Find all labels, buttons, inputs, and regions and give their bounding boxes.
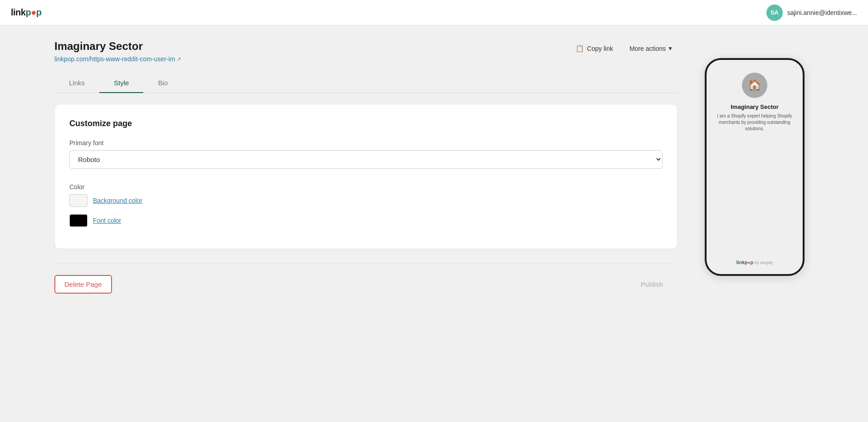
preview-avatar-icon: 🏠 [748, 79, 761, 92]
font-select[interactable]: Roboto Arial Georgia Helvetica Inter Lat… [69, 150, 663, 169]
app-logo[interactable]: linkp●p [11, 7, 41, 18]
tab-style[interactable]: Style [99, 74, 143, 93]
preview-footer-sub: by shopify [755, 260, 773, 265]
chevron-down-icon: ▼ [668, 45, 673, 52]
preview-panel: 🏠 Imaginary Sector I am a Shopify expert… [705, 58, 814, 276]
external-link-icon: ↗ [177, 56, 181, 62]
bottom-actions: Delete Page Publish [54, 275, 678, 294]
copy-link-button[interactable]: 📋 Copy link [571, 42, 618, 55]
main-content: Imaginary Sector linkpop.com/https-www-r… [54, 40, 678, 294]
preview-footer-brand: linkp●p [736, 260, 753, 265]
page-title-section: Imaginary Sector linkpop.com/https-www-r… [54, 40, 181, 63]
background-color-swatch[interactable] [69, 194, 88, 207]
customize-title: Customize page [69, 119, 663, 128]
section-divider [54, 264, 678, 264]
page-body: Imaginary Sector linkpop.com/https-www-r… [0, 25, 868, 308]
phone-mockup: 🏠 Imaginary Sector I am a Shopify expert… [705, 58, 805, 276]
preview-footer: linkp●p by shopify [736, 260, 773, 265]
page-header: Imaginary Sector linkpop.com/https-www-r… [54, 40, 678, 63]
delete-page-button[interactable]: Delete Page [54, 275, 112, 294]
user-menu[interactable]: SA sajini.annie@identixwe... [766, 5, 857, 21]
tab-links[interactable]: Links [54, 74, 99, 93]
font-color-row: Font color [69, 214, 663, 227]
header-actions: 📋 Copy link More actions ▼ [571, 42, 678, 55]
font-color-swatch[interactable] [69, 214, 88, 227]
background-color-row: Background color [69, 194, 663, 207]
font-field: Primary font Roboto Arial Georgia Helvet… [69, 139, 663, 180]
background-color-button[interactable]: Background color [93, 197, 142, 204]
avatar: SA [766, 5, 783, 21]
app-header: linkp●p SA sajini.annie@identixwe... [0, 0, 868, 25]
tabs-bar: Links Style Bio [54, 74, 678, 93]
customize-card: Customize page Primary font Roboto Arial… [54, 104, 678, 249]
page-title: Imaginary Sector [54, 40, 181, 53]
preview-bio: I am a Shopify expert helping Shopify me… [714, 113, 795, 132]
preview-avatar: 🏠 [742, 73, 767, 98]
copy-icon: 📋 [575, 44, 584, 53]
tab-bio[interactable]: Bio [143, 74, 182, 93]
more-actions-button[interactable]: More actions ▼ [625, 42, 678, 55]
font-color-button[interactable]: Font color [93, 217, 121, 224]
color-label: Color [69, 183, 663, 191]
color-section: Color Background color Font color [69, 183, 663, 227]
publish-button[interactable]: Publish [626, 276, 678, 293]
page-link[interactable]: linkpop.com/https-www-reddit-com-user-im… [54, 55, 181, 63]
user-email: sajini.annie@identixwe... [787, 9, 857, 16]
preview-site-name: Imaginary Sector [731, 103, 779, 110]
font-label: Primary font [69, 139, 663, 147]
